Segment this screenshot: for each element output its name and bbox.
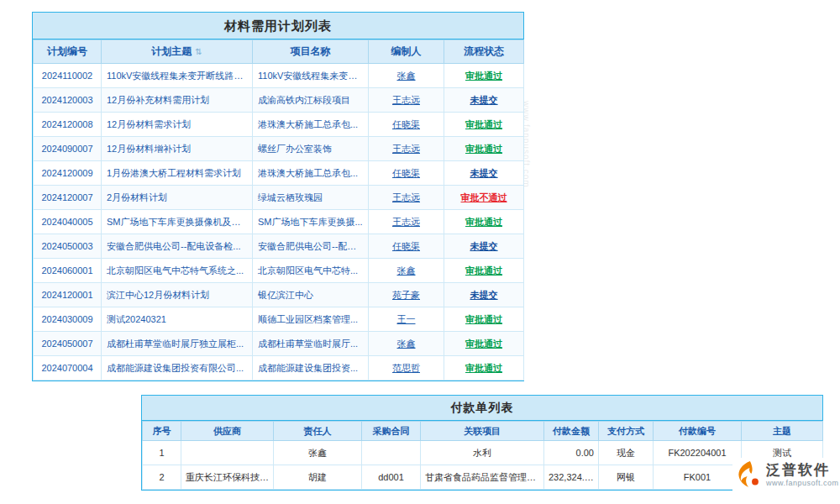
subject-cell[interactable]: 安徽合肥供电公司--配电设备检... [102, 234, 253, 259]
plan-no-cell[interactable]: 2024050007 [34, 332, 102, 356]
compiler-cell[interactable]: 王志远 [369, 186, 444, 210]
material-table-row[interactable]: 2024050007成都杜甫草堂临时展厅独立展柜...成都杜甫草堂临时展厅...… [34, 332, 524, 356]
related-project-cell: 甘肃省食品药品监督管理局... [421, 465, 544, 490]
material-table-row[interactable]: 2024060001北京朝阳区电气中芯特气系统之...北京朝阳区电气中芯特...… [34, 259, 524, 283]
compiler-cell[interactable]: 王一 [369, 307, 444, 332]
material-table-row[interactable]: 2024110002110kV安徽线程集来变开断线路工...110kV安徽线程集… [34, 64, 524, 88]
project-cell[interactable]: 成都杜甫草堂临时展厅... [253, 332, 369, 356]
compiler-cell[interactable]: 王志远 [369, 88, 444, 113]
subject-cell[interactable]: 成都能源建设集团投资有限公司... [102, 356, 253, 381]
contract-cell [362, 441, 421, 465]
compiler-cell[interactable]: 范思哲 [369, 356, 444, 381]
plan-no-cell[interactable]: 2024110002 [34, 64, 102, 88]
compiler-cell[interactable]: 任晓渠 [369, 161, 444, 186]
material-table-row[interactable]: 20241200072月份材料计划绿城云栖玫瑰园王志远审批不通过 [34, 186, 524, 210]
status-cell[interactable]: 审批通过 [444, 210, 524, 234]
compiler-cell[interactable]: 王志远 [369, 210, 444, 234]
status-cell[interactable]: 审批通过 [444, 332, 524, 356]
payment-table-row: 2重庆长江环保科技公司胡建dd001甘肃省食品药品监督管理局...232,324… [143, 465, 823, 490]
material-table-row[interactable]: 202409000712月份材料增补计划螺丝厂办公室装饰王志远审批通过 [34, 137, 524, 161]
project-cell[interactable]: 成都能源建设集团投资... [253, 356, 369, 381]
project-cell[interactable]: 绿城云栖玫瑰园 [253, 186, 369, 210]
compiler-cell[interactable]: 任晓渠 [369, 113, 444, 137]
status-cell[interactable]: 未提交 [444, 161, 524, 186]
owner-cell: 胡建 [274, 465, 362, 490]
compiler-cell[interactable]: 苑子豪 [369, 283, 444, 307]
payment-order-panel: 付款单列表 序号 供应商 责任人 采购合同 关联项目 付款金额 支付方式 付款编… [141, 395, 823, 491]
pay-no-cell: FK202204001 [654, 441, 742, 465]
subject-cell[interactable]: 测试20240321 [102, 307, 253, 332]
compiler-cell[interactable]: 张鑫 [369, 259, 444, 283]
brand-url: www.fanpusoft.com [766, 479, 839, 487]
fanpu-logo-text: 泛普软件 www.fanpusoft.com [766, 462, 839, 487]
material-plan-title: 材料需用计划列表 [33, 13, 523, 39]
plan-no-cell[interactable]: 2024120009 [34, 161, 102, 186]
subject-cell[interactable]: 2月份材料计划 [102, 186, 253, 210]
payment-order-title: 付款单列表 [142, 396, 822, 421]
plan-no-cell[interactable]: 2024050003 [34, 234, 102, 259]
plan-no-cell[interactable]: 2024070004 [34, 356, 102, 381]
project-cell[interactable]: 顺德工业园区档案管理... [253, 307, 369, 332]
col-header-plan-no[interactable]: 计划编号 [34, 40, 102, 64]
plan-no-cell[interactable]: 2024120007 [34, 186, 102, 210]
subject-cell[interactable]: 1月份港澳大桥工程材料需求计划 [102, 161, 253, 186]
compiler-cell[interactable]: 王志远 [369, 137, 444, 161]
subject-cell[interactable]: 110kV安徽线程集来变开断线路工... [102, 64, 253, 88]
status-cell[interactable]: 审批通过 [444, 259, 524, 283]
seq-cell: 1 [143, 441, 181, 465]
status-cell[interactable]: 审批通过 [444, 113, 524, 137]
col-header-owner: 责任人 [274, 422, 362, 441]
subject-cell[interactable]: 12月份材料增补计划 [102, 137, 253, 161]
pay-no-cell: FK001 [654, 465, 742, 490]
material-table-row[interactable]: 2024040005SM广场地下车库更换摄像机及硬...SM广场地下车库更换摄.… [34, 210, 524, 234]
project-cell[interactable]: 螺丝厂办公室装饰 [253, 137, 369, 161]
col-header-status[interactable]: 流程状态 [444, 40, 524, 64]
status-cell[interactable]: 审批不通过 [444, 186, 524, 210]
plan-no-cell[interactable]: 2024040005 [34, 210, 102, 234]
compiler-cell[interactable]: 任晓渠 [369, 234, 444, 259]
status-cell[interactable]: 审批通过 [444, 356, 524, 381]
project-cell[interactable]: 港珠澳大桥施工总承包... [253, 113, 369, 137]
col-header-project[interactable]: 项目名称 [253, 40, 369, 64]
status-cell[interactable]: 未提交 [444, 283, 524, 307]
status-cell[interactable]: 审批通过 [444, 307, 524, 332]
col-header-supplier: 供应商 [181, 422, 274, 441]
project-cell[interactable]: 港珠澳大桥施工总承包... [253, 161, 369, 186]
plan-no-cell[interactable]: 2024120008 [34, 113, 102, 137]
project-cell[interactable]: 110kV安徽线程集来变开断... [253, 64, 369, 88]
subject-cell[interactable]: 12月份补充材料需用计划 [102, 88, 253, 113]
plan-no-cell[interactable]: 2024120001 [34, 283, 102, 307]
project-cell[interactable]: SM广场地下车库更换摄... [253, 210, 369, 234]
material-table-row[interactable]: 2024120001滨江中心12月份材料计划银亿滨江中心苑子豪未提交 [34, 283, 524, 307]
subject-cell[interactable]: 成都杜甫草堂临时展厅独立展柜... [102, 332, 253, 356]
material-table-row[interactable]: 202412000812月份材料需求计划港珠澳大桥施工总承包...任晓渠审批通过 [34, 113, 524, 137]
material-table-row[interactable]: 2024050003安徽合肥供电公司--配电设备检...安徽合肥供电公司--配电… [34, 234, 524, 259]
col-header-compiler[interactable]: 编制人 [369, 40, 444, 64]
subject-cell[interactable]: 12月份材料需求计划 [102, 113, 253, 137]
subject-cell[interactable]: SM广场地下车库更换摄像机及硬... [102, 210, 253, 234]
plan-no-cell[interactable]: 2024090007 [34, 137, 102, 161]
sort-icon[interactable]: ⇅ [195, 47, 202, 56]
material-table-row[interactable]: 20241200091月份港澳大桥工程材料需求计划港珠澳大桥施工总承包...任晓… [34, 161, 524, 186]
col-header-related-project: 关联项目 [421, 422, 544, 441]
project-cell[interactable]: 北京朝阳区电气中芯特... [253, 259, 369, 283]
plan-no-cell[interactable]: 2024120003 [34, 88, 102, 113]
material-table-row[interactable]: 202412000312月份补充材料需用计划成渝高铁内江标段项目王志远未提交 [34, 88, 524, 113]
compiler-cell[interactable]: 张鑫 [369, 64, 444, 88]
status-cell[interactable]: 审批通过 [444, 137, 524, 161]
col-header-contract: 采购合同 [362, 422, 421, 441]
plan-no-cell[interactable]: 2024060001 [34, 259, 102, 283]
plan-no-cell[interactable]: 2024030009 [34, 307, 102, 332]
project-cell[interactable]: 银亿滨江中心 [253, 283, 369, 307]
subject-cell[interactable]: 北京朝阳区电气中芯特气系统之... [102, 259, 253, 283]
project-cell[interactable]: 安徽合肥供电公司--配电... [253, 234, 369, 259]
project-cell[interactable]: 成渝高铁内江标段项目 [253, 88, 369, 113]
status-cell[interactable]: 未提交 [444, 234, 524, 259]
status-cell[interactable]: 审批通过 [444, 64, 524, 88]
col-header-subject[interactable]: 计划主题⇅ [102, 40, 253, 64]
compiler-cell[interactable]: 张鑫 [369, 332, 444, 356]
material-table-row[interactable]: 2024030009测试20240321顺德工业园区档案管理...王一审批通过 [34, 307, 524, 332]
material-table-row[interactable]: 2024070004成都能源建设集团投资有限公司...成都能源建设集团投资...… [34, 356, 524, 381]
subject-cell[interactable]: 滨江中心12月份材料计划 [102, 283, 253, 307]
status-cell[interactable]: 未提交 [444, 88, 524, 113]
